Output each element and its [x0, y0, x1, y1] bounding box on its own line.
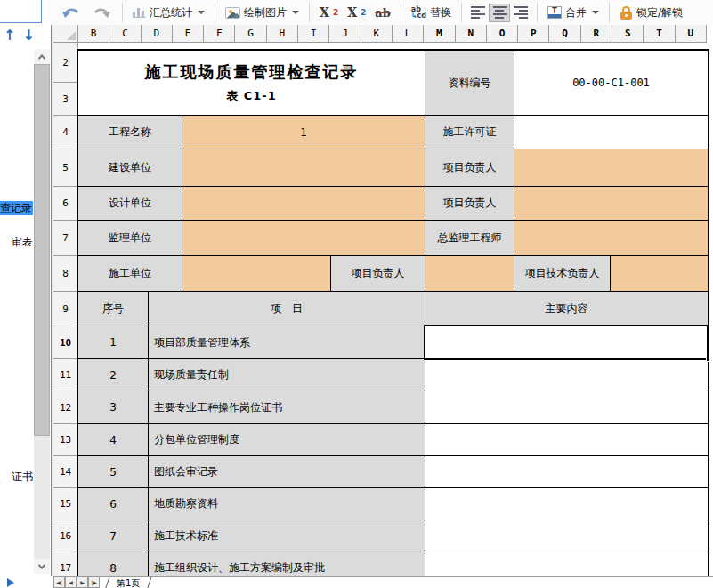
column-header-l[interactable]: L	[393, 25, 424, 43]
row-header-8[interactable]: 8	[53, 256, 78, 292]
row-header-16[interactable]: 16	[53, 520, 78, 552]
designer-value-cell[interactable]	[182, 187, 425, 221]
designer-leader-label-cell[interactable]: 项目负责人	[425, 187, 514, 221]
contractor-leader-label-cell[interactable]: 项目负责人	[331, 256, 425, 292]
builder-leader-value-cell[interactable]	[514, 149, 708, 187]
column-header-f[interactable]: F	[204, 25, 235, 43]
row-header-5[interactable]: 5	[53, 149, 78, 187]
header-content-cell[interactable]: 主要内容	[425, 292, 708, 326]
construction-permit-value-cell[interactable]	[514, 116, 708, 149]
supervisor-value-cell[interactable]	[182, 221, 425, 256]
row-header-3[interactable]: 3	[53, 83, 78, 116]
builder-leader-label-cell[interactable]: 项目负责人	[425, 149, 514, 187]
column-header-o[interactable]: O	[487, 25, 518, 43]
item-content-cell[interactable]	[425, 359, 708, 391]
item-no-cell[interactable]: 7	[78, 520, 149, 552]
row-header-14[interactable]: 14	[53, 456, 78, 488]
item-no-cell[interactable]: 6	[78, 488, 149, 520]
column-header-u[interactable]: U	[676, 25, 707, 43]
subscript-button[interactable]: X2	[343, 4, 370, 21]
item-label-cell[interactable]: 图纸会审记录	[149, 456, 425, 488]
lock-unlock-button[interactable]: 锁定/解锁	[615, 4, 687, 22]
project-name-label-cell[interactable]: 工程名称	[78, 116, 182, 149]
chief-engineer-label-cell[interactable]: 总监理工程师	[425, 221, 514, 256]
item-label-cell[interactable]: 现场质量责任制	[149, 359, 425, 391]
contractor-label-cell[interactable]: 施工单位	[78, 256, 182, 292]
column-header-e[interactable]: E	[173, 25, 204, 43]
item-label-cell[interactable]: 主要专业工种操作岗位证书	[149, 391, 425, 424]
summary-stats-button[interactable]: 汇总统计	[128, 4, 209, 22]
tech-leader-label-cell[interactable]: 项目技术负责人	[514, 256, 611, 292]
row-header-2[interactable]: 2	[53, 43, 78, 83]
sheet-tab-active[interactable]: 第1页	[105, 577, 152, 588]
first-sheet-button[interactable]: ◀|	[53, 577, 65, 588]
row-header-7[interactable]: 7	[53, 221, 78, 256]
tech-leader-value-cell[interactable]	[611, 256, 708, 292]
undo-button[interactable]	[56, 4, 86, 21]
item-content-cell[interactable]	[425, 520, 708, 552]
sidebar-item-certificate[interactable]: 证书	[12, 470, 33, 484]
align-left-button[interactable]	[467, 4, 489, 22]
row-header-13[interactable]: 13	[53, 424, 78, 456]
scroll-up-button[interactable]	[34, 49, 50, 64]
contractor-leader-value-cell[interactable]	[425, 256, 514, 292]
prev-sheet-button[interactable]: ◀	[65, 577, 77, 588]
header-no-cell[interactable]: 序号	[78, 292, 149, 326]
sidebar-scrollbar[interactable]	[34, 49, 50, 574]
column-header-n[interactable]: N	[456, 25, 487, 43]
sidebar-item-check-record[interactable]: 查记录	[0, 201, 33, 215]
construction-permit-label-cell[interactable]: 施工许可证	[425, 116, 514, 149]
column-header-i[interactable]: I	[298, 25, 329, 43]
column-header-m[interactable]: M	[424, 25, 455, 43]
item-label-cell[interactable]: 项目部质量管理体系	[149, 326, 425, 359]
contractor-value-cell[interactable]	[182, 256, 331, 292]
column-header-p[interactable]: P	[518, 25, 549, 43]
row-header-10[interactable]: 10	[53, 326, 78, 359]
last-sheet-button[interactable]: |▶	[88, 577, 100, 588]
doc-number-label-cell[interactable]: 资料编号	[425, 51, 514, 116]
header-item-cell[interactable]: 项 目	[149, 292, 425, 326]
scrollbar-thumb[interactable]	[34, 64, 50, 436]
item-content-cell[interactable]	[425, 456, 708, 488]
align-right-button[interactable]	[510, 4, 531, 22]
form-title-cell[interactable]: 施工现场质量管理检查记录 表 C1-1	[78, 51, 425, 116]
designer-leader-value-cell[interactable]	[514, 187, 708, 221]
move-up-button[interactable]: ↑	[4, 27, 22, 44]
item-no-cell[interactable]: 1	[78, 326, 149, 359]
column-header-j[interactable]: J	[329, 25, 361, 43]
select-all-corner[interactable]	[53, 25, 78, 43]
item-label-cell[interactable]: 施工技术标准	[149, 520, 425, 552]
row-header-6[interactable]: 6	[53, 187, 78, 221]
move-down-button[interactable]: ↓	[22, 27, 41, 44]
row-header-12[interactable]: 12	[53, 391, 78, 424]
align-center-button[interactable]	[489, 4, 510, 22]
merge-button[interactable]: T 合并	[543, 4, 604, 22]
item-content-cell[interactable]	[425, 424, 708, 456]
column-header-h[interactable]: H	[267, 25, 298, 43]
column-header-k[interactable]: K	[361, 25, 393, 43]
item-content-cell[interactable]	[425, 488, 708, 520]
column-header-g[interactable]: G	[235, 25, 266, 43]
next-sheet-button[interactable]: ▶	[77, 577, 88, 588]
row-header-11[interactable]: 11	[53, 359, 78, 391]
designer-label-cell[interactable]: 设计单位	[78, 187, 182, 221]
column-header-r[interactable]: R	[581, 25, 612, 43]
item-content-cell[interactable]	[425, 326, 708, 359]
replace-button[interactable]: ab ↳cd 替换	[407, 4, 456, 22]
column-header-t[interactable]: T	[644, 25, 675, 43]
item-no-cell[interactable]: 4	[78, 424, 149, 456]
column-header-s[interactable]: S	[612, 25, 644, 43]
draw-picture-button[interactable]: 绘制图片	[221, 4, 304, 22]
row-header-9[interactable]: 9	[53, 292, 78, 326]
item-label-cell[interactable]: 地质勘察资料	[149, 488, 425, 520]
item-no-cell[interactable]: 5	[78, 456, 149, 488]
redo-button[interactable]	[86, 4, 117, 21]
row-header-15[interactable]: 15	[53, 488, 78, 520]
sidebar-item-review-form[interactable]: 审表	[12, 235, 33, 249]
column-header-q[interactable]: Q	[549, 25, 580, 43]
column-header-d[interactable]: D	[142, 25, 173, 43]
item-label-cell[interactable]: 分包单位管理制度	[149, 424, 425, 456]
row-header-4[interactable]: 4	[53, 116, 78, 149]
builder-value-cell[interactable]	[182, 149, 425, 187]
scroll-down-button[interactable]	[34, 559, 50, 574]
